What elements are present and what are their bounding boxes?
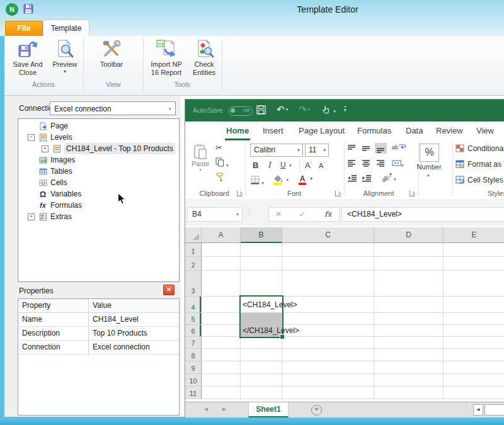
excel-save-icon[interactable] [256,105,266,116]
increase-indent-icon[interactable] [362,175,371,184]
row-header-7[interactable]: 7 [185,337,202,349]
property-row-connection[interactable]: Connection Excel connection [18,341,179,354]
customize-qat-icon[interactable]: ▾ [344,105,346,113]
format-as-table-button[interactable]: Format as Table [455,160,504,170]
row-header-1[interactable]: 1 [185,243,202,257]
formula-bar-handle[interactable]: ⋮ [246,208,253,215]
format-painter-icon[interactable] [215,172,225,183]
underline-dropdown-icon[interactable]: ▾ [289,163,292,168]
cell-b4[interactable]: <CH184_Level> [243,297,297,313]
import-np16-report-button[interactable]: <x Import NP 16 Report [147,38,186,77]
new-sheet-icon[interactable]: + [311,405,322,416]
hscroll-left-icon[interactable]: ◄ [473,404,483,416]
align-right-icon[interactable] [377,160,385,169]
formula-input[interactable]: <CH184_Level> [341,207,504,222]
tree-item-ch184-level[interactable]: + CH184_Level - Top 10 Products [18,143,179,154]
column-header-a[interactable]: A [202,227,241,243]
grid-row[interactable] [202,257,504,271]
collapse-icon[interactable]: − [28,134,35,141]
tab-review[interactable]: Review [436,122,463,140]
row-header-3[interactable]: 3 [185,271,202,297]
grow-font-button[interactable]: Aˆ [305,161,312,170]
check-entities-button[interactable]: Check Entities [188,38,220,77]
row-header-11[interactable]: 11 [185,387,202,399]
percent-style-button[interactable]: % [420,144,439,162]
property-row-name[interactable]: Name CH184_Level [18,313,179,327]
wrap-text-icon[interactable]: ab [392,144,406,150]
preview-button[interactable]: Preview ▾ [49,38,81,74]
tab-template[interactable]: Template [43,20,89,37]
tree-item-formulas[interactable]: fx Formulas [18,200,179,211]
column-header-d[interactable]: D [374,227,444,243]
column-header-c[interactable]: C [282,227,374,243]
underline-button[interactable]: U [280,161,286,169]
grid-row[interactable] [202,243,504,257]
tab-view[interactable]: View [476,122,494,140]
shrink-font-button[interactable]: Aˇ [319,161,325,169]
grid-row[interactable] [202,374,504,387]
enter-icon[interactable]: ✓ [299,208,306,221]
autosave-toggle[interactable]: Off [229,106,253,116]
tab-scroll-splitter[interactable]: ⋮ [464,405,467,408]
fill-color-icon[interactable]: ▾ [273,175,283,185]
paste-button[interactable]: Paste ▾ [189,144,212,173]
grid-row[interactable] [202,349,504,361]
column-header-e[interactable]: E [444,227,504,243]
italic-button[interactable]: I [268,161,271,169]
borders-icon[interactable]: ▾ [251,176,264,186]
tree-item-variables[interactable]: Ω Variables [18,188,179,200]
property-row-description[interactable]: Description Top 10 Products [18,327,179,341]
save-and-close-button[interactable]: Save And Close [10,38,45,77]
quick-save-icon[interactable] [23,4,33,16]
expand-icon[interactable]: + [42,145,49,152]
touch-mode-icon[interactable]: ▾ [321,105,336,116]
tab-file[interactable]: File [5,21,43,37]
font-dialog-launcher[interactable] [335,191,341,196]
copy-icon[interactable]: ▾ [215,157,229,169]
row-header-9[interactable]: 9 [185,361,202,374]
merge-center-icon[interactable]: ▾ [392,159,404,169]
sheet-nav-right-icon[interactable]: ► [221,405,227,412]
row-header-8[interactable]: 8 [185,349,202,361]
tab-data[interactable]: Data [406,122,423,140]
tree-item-extras[interactable]: + Extras [18,211,179,222]
tree-item-tables[interactable]: Tables [18,166,179,177]
decrease-indent-icon[interactable] [348,175,357,184]
tab-home[interactable]: Home [225,122,250,140]
orientation-dropdown-icon[interactable]: ▾ [394,177,396,182]
tab-insert[interactable]: Insert [263,122,284,140]
column-header-b[interactable]: B [241,227,282,243]
grid-row[interactable] [202,271,504,297]
toolbar-button[interactable]: Toolbar [93,38,130,69]
sheet-nav-left-icon[interactable]: ◄ [203,405,209,412]
align-left-icon[interactable] [348,160,356,169]
cell-styles-button[interactable]: Cell Styles [455,176,503,186]
row-header-6[interactable]: 6 [185,325,202,337]
expand-icon[interactable]: + [28,213,35,220]
name-box[interactable]: B4 ▾ [187,207,243,222]
undo-icon[interactable]: ↶▾ [277,104,288,115]
connection-dropdown[interactable]: Excel connection ▾ [50,101,176,115]
sheet-tab-sheet1[interactable]: Sheet1 [248,402,289,417]
grid-row[interactable] [202,337,504,349]
font-name-combo[interactable]: Calibri▾ [250,144,303,157]
insert-function-icon[interactable]: fx [324,208,331,221]
nprinting-app-icon[interactable]: N [6,3,18,16]
row-header-5[interactable]: 5 [185,313,202,325]
font-size-combo[interactable]: 11▾ [305,144,329,157]
tree-item-images[interactable]: Images [18,154,179,166]
tree-item-page[interactable]: Page [18,120,179,132]
row-header-2[interactable]: 2 [185,257,202,271]
cut-icon[interactable]: ✂ [215,143,222,152]
number-format-dropdown-icon[interactable]: ▾ [427,173,430,178]
align-center-icon[interactable] [362,160,370,169]
clipboard-dialog-launcher[interactable] [237,191,243,196]
properties-close-button[interactable]: ✕ [163,285,175,295]
number-format-label[interactable]: Number [416,163,442,171]
align-top-icon[interactable] [348,145,356,154]
tab-page-layout[interactable]: Page Layout [299,122,345,140]
conditional-formatting-button[interactable]: Conditional Formatting [455,144,504,154]
hscroll-thumb[interactable] [484,404,504,416]
font-color-icon[interactable]: A▾ [299,174,306,185]
tab-formulas[interactable]: Formulas [357,122,391,140]
